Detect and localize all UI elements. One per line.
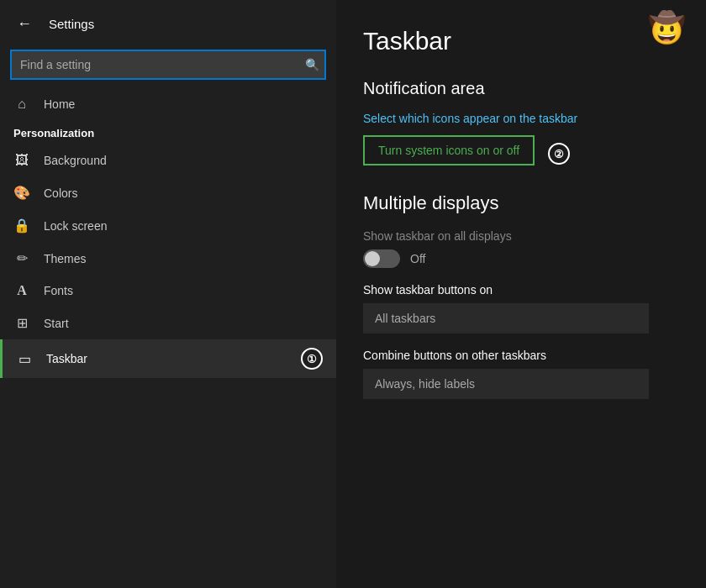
show-taskbar-group: Show taskbar on all displays Off bbox=[363, 229, 679, 268]
combine-buttons-dropdown[interactable]: Always, hide labels bbox=[363, 369, 649, 399]
sidebar-item-label: Taskbar bbox=[46, 352, 287, 365]
fonts-icon: A bbox=[13, 283, 30, 298]
multiple-displays-heading: Multiple displays bbox=[363, 192, 679, 214]
sidebar-item-label: Lock screen bbox=[44, 219, 323, 233]
toggle-off-label: Off bbox=[410, 252, 425, 265]
sidebar-item-home[interactable]: ⌂ Home bbox=[0, 88, 336, 120]
sidebar-item-themes[interactable]: ✏ Themes bbox=[0, 242, 336, 275]
turn-system-icons-badge: ② bbox=[548, 143, 570, 165]
show-taskbar-toggle[interactable] bbox=[363, 249, 400, 268]
sidebar-item-taskbar[interactable]: ▭ Taskbar ① bbox=[0, 339, 336, 378]
sidebar-item-label: Colors bbox=[44, 186, 323, 200]
content-area: 🤠 Taskbar Notification area Select which… bbox=[336, 0, 706, 588]
sidebar-item-fonts[interactable]: A Fonts bbox=[0, 275, 336, 307]
back-icon: ← bbox=[17, 15, 32, 33]
sidebar-item-colors[interactable]: 🎨 Colors bbox=[0, 176, 336, 209]
sidebar-title: Settings bbox=[49, 17, 94, 31]
turn-system-icons-link[interactable]: Turn system icons on or off bbox=[363, 135, 535, 165]
page-title: Taskbar bbox=[363, 27, 679, 55]
show-buttons-dropdown[interactable]: All taskbars bbox=[363, 303, 649, 333]
search-icon: 🔍 bbox=[305, 58, 319, 71]
notification-area-heading: Notification area bbox=[363, 79, 679, 98]
sidebar: ← Settings 🔍 ⌂ Home Personalization 🖼 Ba… bbox=[0, 0, 336, 588]
start-icon: ⊞ bbox=[13, 315, 30, 331]
search-box: 🔍 bbox=[10, 50, 326, 80]
personalization-section-label: Personalization bbox=[0, 120, 336, 144]
toggle-row: Off bbox=[363, 249, 679, 268]
mascot-emoji: 🤠 bbox=[648, 10, 686, 45]
taskbar-icon: ▭ bbox=[16, 351, 33, 367]
sidebar-item-lock-screen[interactable]: 🔒 Lock screen bbox=[0, 209, 336, 242]
sidebar-item-background[interactable]: 🖼 Background bbox=[0, 144, 336, 176]
combine-buttons-label: Combine buttons on other taskbars bbox=[363, 349, 679, 362]
sidebar-item-label: Fonts bbox=[44, 284, 323, 297]
sidebar-item-label: Themes bbox=[44, 252, 323, 265]
toggle-knob bbox=[365, 251, 380, 266]
select-icons-link[interactable]: Select which icons appear on the taskbar bbox=[363, 112, 679, 125]
sidebar-item-label: Home bbox=[44, 97, 323, 111]
taskbar-badge: ① bbox=[301, 348, 323, 370]
colors-icon: 🎨 bbox=[13, 185, 30, 201]
lock-screen-icon: 🔒 bbox=[13, 218, 30, 234]
combine-buttons-group: Combine buttons on other taskbars Always… bbox=[363, 349, 679, 399]
sidebar-item-start[interactable]: ⊞ Start bbox=[0, 307, 336, 339]
sidebar-header: ← Settings bbox=[0, 0, 336, 45]
home-icon: ⌂ bbox=[13, 97, 30, 112]
back-button[interactable]: ← bbox=[13, 12, 35, 36]
search-input[interactable] bbox=[10, 50, 326, 80]
show-buttons-group: Show taskbar buttons on All taskbars bbox=[363, 283, 679, 333]
show-buttons-label: Show taskbar buttons on bbox=[363, 283, 679, 297]
background-icon: 🖼 bbox=[13, 153, 30, 168]
sidebar-item-label: Start bbox=[44, 317, 323, 330]
themes-icon: ✏ bbox=[13, 250, 30, 266]
show-taskbar-label: Show taskbar on all displays bbox=[363, 229, 679, 243]
sidebar-item-label: Background bbox=[44, 154, 323, 167]
turn-system-icons-row: Turn system icons on or off ② bbox=[363, 135, 679, 172]
